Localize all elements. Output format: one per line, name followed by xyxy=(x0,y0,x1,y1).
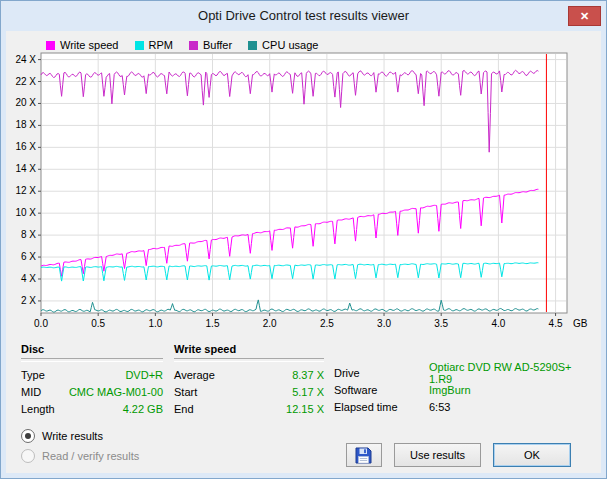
y-tick-label: 24 X xyxy=(15,54,36,65)
y-tick-label: 10 X xyxy=(15,207,36,218)
divider xyxy=(21,358,163,362)
results-chart: 2 X4 X6 X8 X10 X12 X14 X16 X18 X20 X22 X… xyxy=(6,45,601,337)
close-icon: ✕ xyxy=(580,10,589,22)
y-tick-label: 12 X xyxy=(15,185,36,196)
use-results-button[interactable]: Use results xyxy=(394,443,481,467)
divider xyxy=(174,358,324,362)
write-results-option[interactable]: Write results xyxy=(21,429,103,443)
write-speed-panel: Write speed Average 8.37 X Start 5.17 X … xyxy=(174,343,324,417)
plot-area xyxy=(41,53,567,313)
field-label: Start xyxy=(174,386,197,398)
x-tick-label: 2.0 xyxy=(263,318,277,329)
dialog-content: Write speed RPM Buffer CPU usage 2 X4 X6… xyxy=(6,31,601,473)
field-value: 8.37 X xyxy=(292,369,324,381)
dialog-buttons: Use results OK xyxy=(346,443,571,467)
y-tick-label: 18 X xyxy=(15,119,36,130)
write-speed-row-start: Start 5.17 X xyxy=(174,383,324,400)
x-tick-label: 0.5 xyxy=(91,318,105,329)
field-label: Drive xyxy=(334,367,429,379)
y-tick-label: 4 X xyxy=(21,273,36,284)
session-row-drive: Drive Optiarc DVD RW AD-5290S+ 1.R9 xyxy=(334,364,594,381)
field-label: Average xyxy=(174,369,215,381)
x-tick-label: 0.0 xyxy=(34,318,48,329)
field-value: 6:53 xyxy=(429,401,450,413)
y-tick-label: 22 X xyxy=(15,76,36,87)
y-tick-label: 16 X xyxy=(15,141,36,152)
ok-button[interactable]: OK xyxy=(493,443,571,467)
field-value: 4.22 GB xyxy=(123,403,163,415)
field-label: Elapsed time xyxy=(334,401,429,413)
field-value: Optiarc DVD RW AD-5290S+ 1.R9 xyxy=(429,361,594,385)
field-label: Software xyxy=(334,384,429,396)
window-title: Opti Drive Control test results viewer xyxy=(198,8,409,23)
field-value: CMC MAG-M01-00 xyxy=(69,386,163,398)
radio-selected-icon[interactable] xyxy=(21,429,35,443)
field-value: ImgBurn xyxy=(429,384,471,396)
x-tick-label: 2.5 xyxy=(320,318,334,329)
read-verify-label: Read / verify results xyxy=(42,450,139,462)
x-tick-label: 3.5 xyxy=(434,318,448,329)
x-tick-label: 1.0 xyxy=(148,318,162,329)
close-button[interactable]: ✕ xyxy=(568,6,601,26)
disc-panel: Disc Type DVD+R MID CMC MAG-M01-00 Lengt… xyxy=(21,343,163,417)
read-verify-option: Read / verify results xyxy=(21,449,139,463)
field-label: End xyxy=(174,403,194,415)
disc-row-length: Length 4.22 GB xyxy=(21,400,163,417)
x-tick-label: 3.0 xyxy=(377,318,391,329)
field-label: Length xyxy=(21,403,55,415)
x-tick-label: 4.5 xyxy=(549,318,563,329)
write-speed-row-end: End 12.15 X xyxy=(174,400,324,417)
write-speed-panel-header: Write speed xyxy=(174,343,324,357)
titlebar[interactable]: Opti Drive Control test results viewer ✕ xyxy=(1,1,606,31)
save-button[interactable] xyxy=(346,443,382,467)
disc-row-mid: MID CMC MAG-M01-00 xyxy=(21,383,163,400)
field-label: Type xyxy=(21,369,45,381)
y-tick-label: 14 X xyxy=(15,163,36,174)
field-value: 12.15 X xyxy=(286,403,324,415)
app-window: Opti Drive Control test results viewer ✕… xyxy=(0,0,607,479)
disc-panel-header: Disc xyxy=(21,343,163,357)
y-tick-label: 2 X xyxy=(21,295,36,306)
x-axis-unit-label: GB xyxy=(573,318,588,329)
disc-row-type: Type DVD+R xyxy=(21,366,163,383)
y-tick-label: 8 X xyxy=(21,229,36,240)
field-value: 5.17 X xyxy=(292,386,324,398)
y-tick-label: 20 X xyxy=(15,97,36,108)
field-label: MID xyxy=(21,386,41,398)
y-tick-label: 6 X xyxy=(21,251,36,262)
x-tick-label: 4.0 xyxy=(491,318,505,329)
x-tick-label: 1.5 xyxy=(206,318,220,329)
field-value: DVD+R xyxy=(125,369,163,381)
radio-unselected-icon xyxy=(21,449,35,463)
write-results-label: Write results xyxy=(42,430,103,442)
save-icon xyxy=(355,447,372,464)
session-panel: Drive Optiarc DVD RW AD-5290S+ 1.R9 Soft… xyxy=(334,343,594,415)
write-speed-row-average: Average 8.37 X xyxy=(174,366,324,383)
session-row-elapsed-time: Elapsed time 6:53 xyxy=(334,398,594,415)
